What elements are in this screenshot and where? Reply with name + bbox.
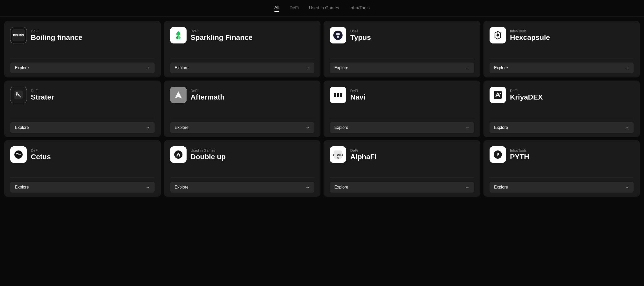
arrow-icon: → [306,185,310,190]
card-category: Infra/Tools [510,29,550,33]
card-kriyadex: DeFi KriyaDEX Explore → [483,81,640,137]
arrow-icon: → [146,66,150,70]
nav-item-all[interactable]: All [274,4,279,12]
nav-item-used-in-games[interactable]: Used in Games [309,4,339,12]
card-name: KriyaDEX [510,93,543,101]
svg-text:P: P [496,152,499,157]
card-name: Navi [350,93,365,101]
card-logo-cetus [10,146,27,163]
nav-item-infra-tools[interactable]: Infra/Tools [349,4,370,12]
card-name: Cetus [31,153,51,161]
card-pyth: P Infra/Tools PYTH Explore → [483,140,640,197]
card-hexcapsule: Infra/Tools Hexcapsule Explore → [483,21,640,77]
explore-label: Explore [334,185,348,190]
card-header: P Infra/Tools PYTH [490,146,634,163]
card-name: Double up [191,153,226,161]
explore-label: Explore [334,66,348,70]
card-header: DeFi Typus [330,27,474,43]
card-typus: DeFi Typus Explore → [324,21,480,77]
card-name: Hexcapsule [510,34,550,42]
explore-button-hexcapsule[interactable]: Explore → [490,62,634,73]
svg-rect-9 [494,91,502,99]
explore-button-sparkling-finance[interactable]: Explore → [170,62,315,73]
card-footer: Explore → [490,177,634,197]
explore-label: Explore [15,66,29,70]
card-name: Sparkling Finance [191,34,253,42]
svg-rect-8 [340,93,342,97]
card-boiling-finance: BOILING DeFi Boiling finance Explore → [4,21,161,77]
card-logo-pyth: P [490,146,506,163]
card-logo-hexcapsule [490,27,506,43]
card-logo-boiling-finance: BOILING [10,27,27,43]
card-header: Used in Games Double up [170,146,315,163]
explore-button-strater[interactable]: Explore → [10,122,155,133]
card-header: ALPHAFi DeFi AlphaFi [330,146,474,163]
card-info: DeFi AlphaFi [350,148,377,161]
explore-label: Explore [15,125,29,130]
arrow-icon: → [465,66,470,70]
svg-text:ALPHA: ALPHA [333,153,343,157]
card-logo-navi [330,87,346,103]
card-info: Infra/Tools Hexcapsule [510,29,550,42]
svg-text:Fi: Fi [337,157,339,159]
card-logo-typus [330,27,346,43]
arrow-icon: → [465,125,470,130]
explore-label: Explore [175,66,189,70]
card-category: DeFi [191,29,253,33]
card-cetus: DeFi Cetus Explore → [4,140,161,197]
card-category: DeFi [350,89,365,93]
card-header: DeFi KriyaDEX [490,87,634,103]
card-name: Strater [31,93,54,101]
explore-label: Explore [494,66,508,70]
explore-button-alphafi[interactable]: Explore → [330,182,474,193]
explore-button-boiling-finance[interactable]: Explore → [10,62,155,73]
explore-button-cetus[interactable]: Explore → [10,182,155,193]
explore-button-double-up[interactable]: Explore → [170,182,315,193]
explore-button-navi[interactable]: Explore → [330,122,474,133]
nav-item-defi[interactable]: DeFi [290,4,299,12]
arrow-icon: → [306,66,310,70]
arrow-icon: → [625,125,629,130]
card-logo-sparkling-finance [170,27,187,43]
card-name: AlphaFi [350,153,377,161]
explore-button-pyth[interactable]: Explore → [490,182,634,193]
explore-button-aftermath[interactable]: Explore → [170,122,315,133]
explore-label: Explore [15,185,29,190]
svg-point-11 [16,153,18,154]
card-name: Boiling finance [31,34,82,42]
card-info: Used in Games Double up [191,148,226,161]
arrow-icon: → [306,125,310,130]
card-info: DeFi KriyaDEX [510,89,543,101]
card-header: DeFi Strater [10,87,155,103]
card-info: DeFi Strater [31,89,54,101]
svg-point-4 [16,92,18,94]
card-name: PYTH [510,153,529,161]
card-logo-alphafi: ALPHAFi [330,146,346,163]
card-category: DeFi [191,89,225,93]
card-sparkling-finance: DeFi Sparkling Finance Explore → [164,21,321,77]
card-logo-strater [10,87,27,103]
card-info: DeFi Navi [350,89,365,101]
explore-button-kriyadex[interactable]: Explore → [490,122,634,133]
card-footer: Explore → [490,58,634,77]
svg-point-2 [496,34,499,37]
card-aftermath: DeFi Aftermath Explore → [164,81,321,137]
card-strater: DeFi Strater Explore → [4,81,161,137]
card-footer: Explore → [330,118,474,137]
card-header: DeFi Navi [330,87,474,103]
card-category: DeFi [31,29,82,33]
card-footer: Explore → [10,177,155,197]
arrow-icon: → [625,66,629,70]
card-footer: Explore → [170,118,315,137]
svg-point-1 [337,36,339,38]
card-logo-kriyadex [490,87,506,103]
card-double-up: Used in Games Double up Explore → [164,140,321,197]
card-footer: Explore → [330,177,474,197]
card-info: DeFi Aftermath [191,89,225,101]
main-nav: All DeFi Used in Games Infra/Tools [0,0,644,17]
card-name: Aftermath [191,93,225,101]
explore-label: Explore [494,125,508,130]
explore-button-typus[interactable]: Explore → [330,62,474,73]
card-category: DeFi [350,148,377,153]
cards-grid: BOILING DeFi Boiling finance Explore → D… [0,17,644,201]
